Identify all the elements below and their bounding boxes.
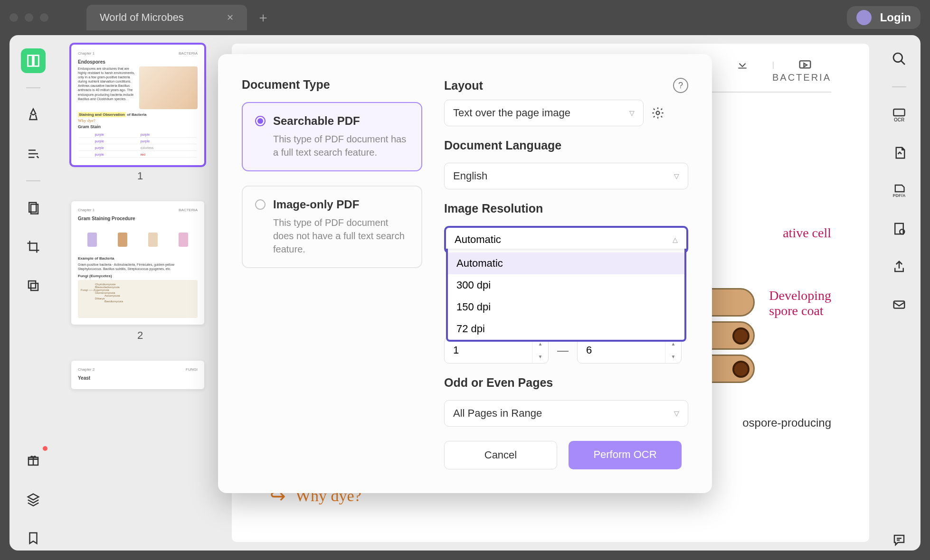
resolution-label: Image Resolution <box>444 202 688 215</box>
image-only-pdf-option[interactable]: Image-only PDF This type of PDF document… <box>242 186 422 268</box>
chevron-down-icon: ▽ <box>674 410 679 417</box>
resolution-option-300[interactable]: 300 dpi <box>448 274 684 296</box>
radio-icon <box>255 116 266 126</box>
new-tab-button[interactable]: ＋ <box>256 9 270 27</box>
stepper-down-icon[interactable]: ▼ <box>665 350 681 363</box>
searchable-pdf-option[interactable]: Searchable PDF This type of PDF document… <box>242 102 422 171</box>
odd-even-value: All Pages in Range <box>453 407 542 420</box>
ocr-dialog: Document Type Searchable PDF This type o… <box>218 54 712 493</box>
language-value: English <box>453 170 487 182</box>
help-icon[interactable]: ? <box>673 78 688 93</box>
layout-select[interactable]: Text over the page image ▽ <box>444 100 644 126</box>
image-only-desc: This type of PDF document does not have … <box>273 216 409 256</box>
login-label: Login <box>880 11 911 24</box>
chevron-up-icon: △ <box>673 236 678 243</box>
resolution-value: Automatic <box>455 233 501 246</box>
gear-icon[interactable] <box>650 105 665 121</box>
resolution-dropdown: Automatic 300 dpi 150 dpi 72 dpi <box>446 249 686 342</box>
window-controls <box>9 13 48 22</box>
resolution-option-150[interactable]: 150 dpi <box>448 296 684 318</box>
searchable-desc: This type of PDF document has a full tex… <box>273 132 409 159</box>
cancel-button[interactable]: Cancel <box>444 441 557 469</box>
resolution-option-72[interactable]: 72 dpi <box>448 318 684 340</box>
main-window: Chapter 1BACTERIA Endospores Endospores … <box>9 35 921 551</box>
chevron-down-icon: ▽ <box>674 172 679 180</box>
avatar-icon <box>856 10 872 25</box>
resolution-select-group: Automatic △ Automatic 300 dpi 150 dpi 72… <box>444 226 688 253</box>
language-label: Document Language <box>444 139 688 152</box>
perform-ocr-button[interactable]: Perform OCR <box>569 441 682 469</box>
layout-label: Layout <box>444 79 483 93</box>
range-dash: — <box>557 344 569 357</box>
titlebar: World of Microbes ✕ ＋ Login <box>0 0 930 35</box>
language-select[interactable]: English ▽ <box>444 163 688 189</box>
document-tab[interactable]: World of Microbes ✕ <box>86 5 247 30</box>
image-only-title: Image-only PDF <box>273 198 359 211</box>
close-window-button[interactable] <box>9 13 18 22</box>
doc-type-label: Document Type <box>242 78 422 92</box>
searchable-title: Searchable PDF <box>273 114 360 128</box>
chevron-down-icon: ▽ <box>629 109 635 117</box>
tab-title: World of Microbes <box>100 11 184 24</box>
radio-icon <box>255 199 266 210</box>
svg-point-11 <box>656 112 660 115</box>
minimize-window-button[interactable] <box>25 13 33 22</box>
close-tab-icon[interactable]: ✕ <box>227 12 234 23</box>
resolution-option-automatic[interactable]: Automatic <box>448 252 684 274</box>
maximize-window-button[interactable] <box>40 13 48 22</box>
login-control[interactable]: Login <box>847 6 921 29</box>
layout-value: Text over the page image <box>453 107 570 119</box>
odd-even-select[interactable]: All Pages in Range ▽ <box>444 400 688 427</box>
odd-even-label: Odd or Even Pages <box>444 376 688 390</box>
stepper-down-icon[interactable]: ▼ <box>532 350 548 363</box>
ocr-dialog-overlay: Document Type Searchable PDF This type o… <box>9 35 921 551</box>
